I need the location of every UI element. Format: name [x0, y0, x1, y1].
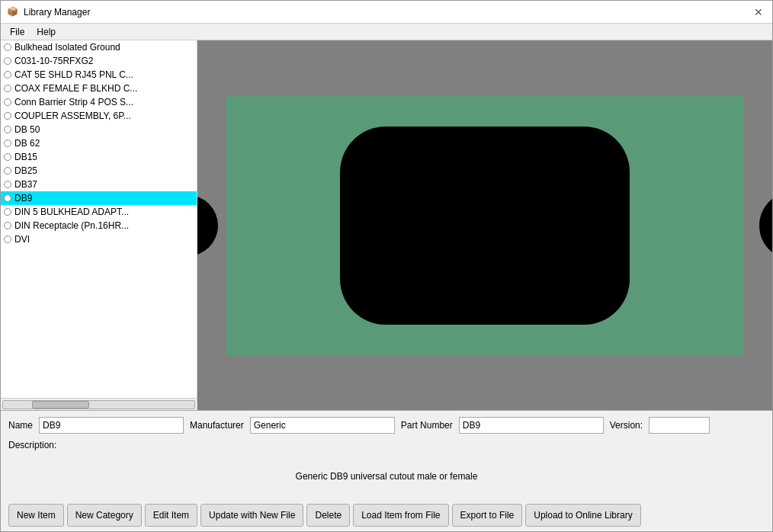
item-icon: [4, 139, 11, 147]
item-label: DIN 5 BULKHEAD ADAPT...: [14, 207, 129, 217]
menu-file[interactable]: File: [4, 25, 30, 39]
description-row: Description:: [8, 438, 765, 450]
edit-item-button[interactable]: Edit Item: [145, 504, 197, 527]
connector-circle-left: [197, 195, 218, 256]
sidebar-item[interactable]: Bulkhead Isolated Ground: [1, 40, 197, 54]
connector-circle-right: [759, 191, 772, 260]
item-icon: [4, 43, 11, 51]
horizontal-scrollbar[interactable]: [1, 398, 197, 410]
item-icon: [4, 112, 11, 120]
version-label: Version:: [610, 420, 643, 431]
connector-body: [340, 127, 630, 325]
item-label: DB25: [14, 165, 37, 176]
item-label: C031-10-75RFXG2: [14, 56, 93, 66]
export-file-button[interactable]: Export to File: [452, 504, 523, 527]
partnum-input[interactable]: [459, 417, 604, 434]
sidebar-item[interactable]: DB25: [1, 164, 197, 178]
item-label: CAT 5E SHLD RJ45 PNL C...: [14, 69, 133, 80]
partnum-label: Part Number: [401, 420, 453, 431]
title-bar-left: 📦 Library Manager: [7, 6, 90, 18]
h-scroll-track: [2, 400, 195, 409]
sidebar-item[interactable]: COUPLER ASSEMBLY, 6P...: [1, 109, 197, 123]
preview-area: [197, 40, 772, 410]
item-icon: [4, 236, 11, 243]
load-item-button[interactable]: Load Item from File: [353, 504, 448, 527]
item-icon: [4, 167, 11, 175]
sidebar-item[interactable]: DB9: [1, 191, 197, 205]
item-label: COAX FEMALE F BLKHD C...: [14, 83, 137, 94]
description-label: Description:: [8, 438, 56, 450]
sidebar-item[interactable]: DB 62: [1, 136, 197, 150]
item-label: DB9: [14, 193, 32, 204]
item-label: COUPLER ASSEMBLY, 6P...: [14, 111, 131, 121]
item-icon: [4, 194, 11, 202]
app-icon: 📦: [7, 6, 19, 18]
name-input[interactable]: [39, 417, 184, 434]
item-icon: [4, 71, 11, 79]
manufacturer-input[interactable]: [250, 417, 395, 434]
sidebar-item[interactable]: DB 50: [1, 123, 197, 136]
item-icon: [4, 126, 11, 133]
item-label: DB15: [14, 152, 37, 162]
item-icon: [4, 153, 11, 161]
name-label: Name: [8, 420, 33, 431]
item-label: Bulkhead Isolated Ground: [14, 42, 120, 53]
bottom-panel: Name Manufacturer Part Number Version: D…: [1, 410, 772, 531]
item-label: Conn Barrier Strip 4 POS S...: [14, 97, 133, 107]
item-icon: [4, 57, 11, 65]
version-input[interactable]: [649, 417, 710, 434]
sidebar-item[interactable]: Conn Barrier Strip 4 POS S...: [1, 95, 197, 109]
manufacturer-label: Manufacturer: [190, 420, 244, 431]
item-label: DB37: [14, 179, 37, 190]
update-new-file-button[interactable]: Update with New File: [200, 504, 303, 527]
h-scroll-thumb: [32, 401, 89, 409]
close-button[interactable]: ✕: [751, 5, 766, 20]
delete-button[interactable]: Delete: [306, 504, 350, 527]
item-icon: [4, 98, 11, 106]
sidebar-item[interactable]: DB15: [1, 150, 197, 164]
menu-help[interactable]: Help: [30, 25, 62, 39]
main-area: Bulkhead Isolated GroundC031-10-75RFXG2C…: [1, 40, 772, 410]
sidebar: Bulkhead Isolated GroundC031-10-75RFXG2C…: [1, 40, 197, 410]
item-icon: [4, 222, 11, 229]
sidebar-item[interactable]: DVI: [1, 232, 197, 246]
item-label: DVI: [14, 234, 30, 245]
item-label: DIN Receptacle (Pn.16HR...: [14, 220, 129, 231]
sidebar-item[interactable]: C031-10-75RFXG2: [1, 54, 197, 68]
new-item-button[interactable]: New Item: [8, 504, 64, 527]
main-window: 📦 Library Manager ✕ File Help Bulkhead I…: [0, 0, 773, 532]
fields-row: Name Manufacturer Part Number Version:: [8, 417, 765, 434]
upload-online-button[interactable]: Upload to Online Library: [525, 504, 640, 527]
sidebar-item[interactable]: CAT 5E SHLD RJ45 PNL C...: [1, 68, 197, 82]
sidebar-list[interactable]: Bulkhead Isolated GroundC031-10-75RFXG2C…: [1, 40, 197, 398]
menu-bar: File Help: [1, 24, 772, 40]
item-icon: [4, 181, 11, 188]
sidebar-item[interactable]: DIN 5 BULKHEAD ADAPT...: [1, 205, 197, 219]
window-title: Library Manager: [24, 7, 90, 18]
buttons-row: New Item New Category Edit Item Update w…: [8, 499, 765, 528]
sidebar-item[interactable]: DIN Receptacle (Pn.16HR...: [1, 219, 197, 232]
sidebar-item[interactable]: DB37: [1, 178, 197, 191]
new-category-button[interactable]: New Category: [67, 504, 142, 527]
component-preview: [226, 96, 744, 355]
item-label: DB 62: [14, 138, 40, 149]
description-content: Generic DB9 universal cutout male or fem…: [8, 453, 765, 499]
title-bar: 📦 Library Manager ✕: [1, 1, 772, 24]
sidebar-item[interactable]: COAX FEMALE F BLKHD C...: [1, 82, 197, 95]
item-icon: [4, 208, 11, 216]
item-icon: [4, 85, 11, 92]
item-label: DB 50: [14, 124, 40, 135]
